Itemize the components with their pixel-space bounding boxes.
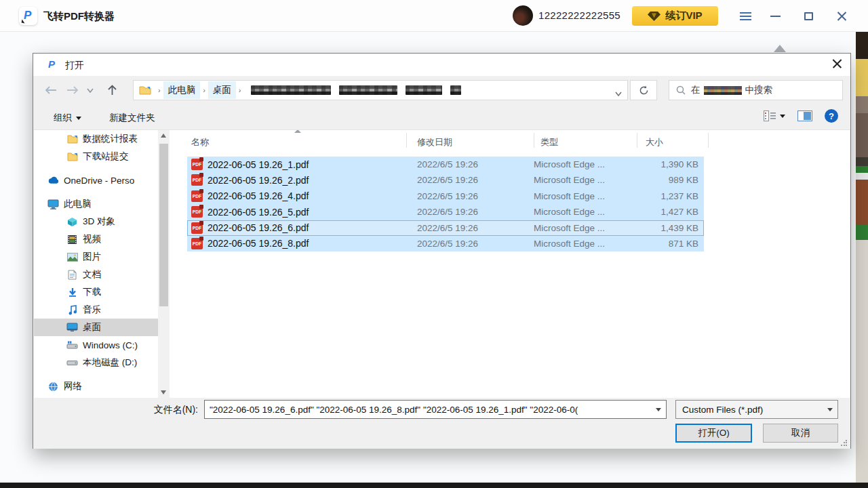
file-row[interactable]: PDF2022-06-05 19.26_4.pdf2022/6/5 19:26M… [187,188,704,204]
help-button[interactable]: ? [825,109,838,123]
music-icon [66,304,78,316]
file-size: 871 KB [669,239,698,249]
file-size: 1,237 KB [660,191,698,201]
redacted-path-mosaic [251,85,461,95]
file-size: 989 KB [669,175,698,185]
up-button[interactable] [104,82,120,98]
file-row[interactable]: PDF2022-06-05 19.26_6.pdf2022/6/5 19:26M… [187,220,704,236]
desktop-background-sliver [856,32,868,483]
file-name: 2022-06-05 19.26_5.pdf [208,207,309,218]
onedrive-icon [47,175,59,186]
scroll-up-icon[interactable] [161,134,166,138]
column-divider[interactable] [534,133,534,148]
sidebar-item-download[interactable]: 下载 [34,283,158,301]
user-avatar[interactable] [513,5,533,26]
filetype-select[interactable]: Custom Files (*.pdf) [675,400,838,419]
dialog-close-button[interactable] [832,59,842,69]
picture-icon [66,251,78,263]
breadcrumb-separator: › [203,86,205,94]
sidebar-gap [34,371,158,378]
preview-pane-button[interactable] [797,110,812,121]
forward-arrow-icon [66,86,79,94]
scrollbar-thumb[interactable] [159,144,168,306]
sidebar-item-computer[interactable]: 此电脑 [34,195,158,213]
sidebar-item-label: 视频 [83,233,101,245]
sidebar-item-drive[interactable]: 本地磁盘 (D:) [34,354,158,371]
up-arrow-icon [108,85,117,96]
sidebar-item-film[interactable]: 视频 [34,230,158,248]
file-date: 2022/6/5 19:26 [417,223,478,233]
back-button[interactable] [43,82,59,98]
forward-button[interactable] [64,82,81,98]
pdf-file-icon: PDF [191,222,203,234]
file-row[interactable]: PDF2022-06-05 19.26_5.pdf2022/6/5 19:26M… [187,204,704,220]
file-size: 1,390 KB [660,159,698,169]
background-scroll-up-icon[interactable] [774,45,786,52]
sidebar-item-onedrive[interactable]: OneDrive - Perso [34,171,158,189]
organize-button[interactable]: 组织 [48,109,87,127]
sidebar-item-picture[interactable]: 图片 [34,248,158,266]
column-header-size[interactable]: 大小 [646,136,663,148]
search-icon [676,85,686,95]
file-date: 2022/6/5 19:26 [417,239,478,249]
computer-icon [47,199,59,210]
breadcrumb-separator: › [239,86,241,94]
minimize-button[interactable] [764,5,787,28]
file-date: 2022/6/5 19:26 [417,207,478,217]
filetype-value: Custom Files (*.pdf) [676,405,763,415]
back-arrow-icon [45,86,57,94]
breadcrumb-desktop[interactable]: 桌面 [208,81,236,99]
chevron-down-icon[interactable] [656,408,661,411]
breadcrumb-bar[interactable]: › 此电脑 › 桌面 › [133,80,628,100]
file-row[interactable]: PDF2022-06-05 19.26_1.pdf2022/6/5 19:26M… [187,157,704,172]
maximize-button[interactable] [797,5,820,28]
file-name: 2022-06-05 19.26_2.pdf [208,175,309,186]
column-divider[interactable] [708,133,709,148]
file-date: 2022/6/5 19:26 [417,159,478,169]
cancel-button[interactable]: 取消 [763,424,838,443]
download-icon [66,287,78,298]
sidebar-item-drive-windows[interactable]: Windows (C:) [34,336,158,354]
pdf-file-icon: PDF [191,190,203,202]
sidebar-item-network[interactable]: 网络 [34,378,158,395]
sidebar-item-music[interactable]: 音乐 [34,301,158,319]
resize-grip[interactable] [840,439,847,446]
file-row[interactable]: PDF2022-06-05 19.26_8.pdf2022/6/5 19:26M… [187,236,704,251]
sidebar-item-document[interactable]: 文档 [34,266,158,283]
close-icon [837,12,847,22]
search-box[interactable]: 在 中搜索 [669,80,843,100]
sidebar-item-folder[interactable]: 数据统计报表 [34,130,158,148]
sidebar-item-label: 图片 [83,251,101,263]
column-divider[interactable] [406,133,407,148]
change-view-button[interactable] [764,110,785,121]
column-header-type[interactable]: 类型 [540,136,558,148]
file-row[interactable]: PDF2022-06-05 19.26_2.pdf2022/6/5 19:26M… [187,172,704,188]
film-icon [66,234,78,245]
sidebar-item-label: Windows (C:) [83,340,138,350]
filename-input[interactable]: "2022-06-05 19.26_6.pdf" "2022-06-05 19.… [204,400,667,419]
menu-button[interactable] [734,5,757,28]
sidebar-item-desktop[interactable]: 桌面 [34,319,158,336]
close-app-button[interactable] [830,5,853,28]
chevron-down-icon [615,92,622,96]
breadcrumb-this-pc[interactable]: 此电脑 [163,81,201,99]
column-divider[interactable] [637,133,637,148]
new-folder-button[interactable]: 新建文件夹 [104,109,161,127]
sidebar-item-folder[interactable]: 下载站提交 [34,148,158,165]
refresh-button[interactable] [630,80,657,100]
search-placeholder: 在 中搜索 [691,84,772,96]
open-button[interactable]: 打开(O) [675,424,752,443]
breadcrumb-dropdown-button[interactable] [615,87,622,99]
dialog-title: 打开 [65,60,84,72]
recent-locations-button[interactable] [85,82,96,98]
chevron-down-icon [87,88,94,93]
scroll-down-icon[interactable] [161,390,166,394]
vip-diamond-icon [648,12,660,21]
sidebar-item-cube[interactable]: 3D 对象 [34,213,158,230]
renew-vip-button[interactable]: 续订VIP [632,6,718,26]
column-header-name[interactable]: 名称 [191,136,209,148]
column-header-date[interactable]: 修改日期 [417,136,452,148]
sort-ascending-icon[interactable] [294,130,301,133]
sidebar-scrollbar[interactable] [158,130,170,398]
file-type: Microsoft Edge ... [534,175,605,185]
